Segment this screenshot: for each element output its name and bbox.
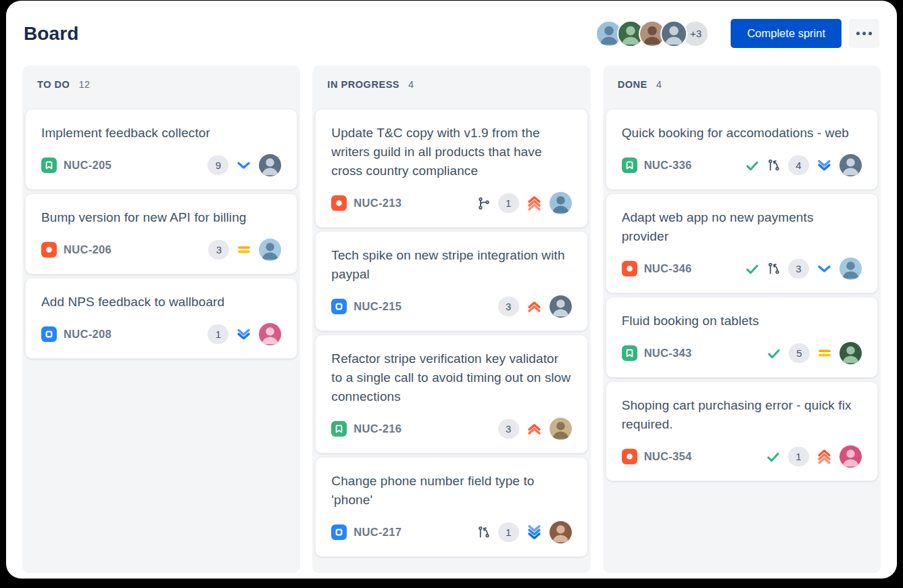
- estimate-badge: 3: [208, 240, 229, 260]
- issue-card-nuc-343[interactable]: Fluid booking on tabletsNUC-3435: [606, 297, 878, 378]
- card-footer: NUC-2153: [331, 295, 571, 318]
- person-silhouette-icon: [259, 239, 281, 261]
- priority-up3-icon: [816, 448, 832, 465]
- priority-medium-icon: [817, 349, 832, 358]
- card-title: Change phone number field type to 'phone…: [331, 472, 571, 510]
- estimate-badge: 9: [208, 155, 228, 175]
- person-silhouette-icon: [839, 154, 862, 176]
- priority-down1-icon: [236, 161, 251, 170]
- card-meta: 1: [477, 521, 572, 543]
- issue-card-nuc-336[interactable]: Quick booking for accomodations - webNUC…: [606, 109, 878, 190]
- column-title: IN PROGRESS: [327, 79, 399, 90]
- issue-card-nuc-208[interactable]: Add NPS feedback to wallboardNUC-2081: [25, 278, 297, 359]
- done-check-icon: [766, 346, 781, 361]
- card-title: Update T&C copy with v1.9 from the write…: [331, 124, 571, 180]
- assignee-avatar[interactable]: [839, 154, 862, 176]
- card-meta: 3: [498, 418, 572, 440]
- column-in-progress: IN PROGRESS4Update T&C copy with v1.9 fr…: [312, 66, 590, 573]
- assignee-avatar[interactable]: [550, 521, 572, 543]
- card-meta: 1: [477, 192, 572, 214]
- task-type-icon: [331, 524, 347, 540]
- complete-sprint-button[interactable]: Complete sprint: [731, 19, 841, 48]
- card-meta: 4: [745, 154, 862, 176]
- ellipsis-icon: [856, 32, 872, 35]
- person-silhouette-icon: [550, 418, 572, 440]
- assignee-avatar[interactable]: [259, 239, 281, 261]
- done-check-icon: [745, 158, 760, 173]
- priority-up2-icon: [527, 422, 542, 436]
- card-footer: NUC-2059: [41, 154, 281, 176]
- card-meta: 3: [498, 295, 572, 318]
- issue-key: NUC-343: [644, 347, 692, 360]
- issue-card-nuc-216[interactable]: Refactor stripe verification key validat…: [315, 335, 587, 454]
- card-footer: NUC-3541: [622, 445, 862, 468]
- assignee-avatar[interactable]: [259, 323, 281, 345]
- card-footer: NUC-2163: [331, 418, 571, 440]
- assignee-avatar[interactable]: [259, 154, 281, 176]
- card-title: Adapt web app no new payments provider: [622, 208, 862, 246]
- card-footer: NUC-2081: [41, 323, 281, 345]
- column-header: DONE4: [606, 79, 878, 90]
- git-branch-icon: [767, 159, 781, 172]
- estimate-badge: 1: [208, 324, 228, 344]
- card-title: Quick booking for accomodations - web: [622, 124, 862, 143]
- header-actions: +3 Complete sprint: [595, 19, 879, 48]
- estimate-badge: 4: [788, 155, 809, 175]
- more-actions-button[interactable]: [849, 19, 879, 48]
- column-title: TO DO: [37, 79, 70, 90]
- assignee-avatar[interactable]: [550, 192, 572, 214]
- card-title: Shoping cart purchasing error - quick fi…: [622, 396, 862, 434]
- issue-card-nuc-205[interactable]: Implement feedback collectorNUC-2059: [25, 109, 297, 190]
- card-footer: NUC-2171: [331, 521, 571, 543]
- board-page: Board +3 Complete sprint TO DO12Implemen…: [6, 1, 897, 579]
- issue-key: NUC-215: [353, 300, 401, 313]
- git-fork-icon: [477, 197, 491, 210]
- priority-down3-icon: [527, 524, 542, 541]
- assignee-avatar[interactable]: [550, 418, 572, 440]
- person-silhouette-icon: [550, 192, 572, 214]
- issue-key: NUC-205: [64, 159, 112, 172]
- card-list: Update T&C copy with v1.9 from the write…: [315, 109, 587, 557]
- estimate-badge: 3: [498, 297, 519, 316]
- issue-card-nuc-215[interactable]: Tech spike on new stripe integration wit…: [315, 231, 587, 331]
- task-type-icon: [41, 326, 57, 342]
- card-meta: 3: [745, 258, 862, 280]
- issue-key: NUC-216: [353, 422, 401, 435]
- issue-card-nuc-346[interactable]: Adapt web app no new payments providerNU…: [606, 193, 878, 293]
- person-silhouette-icon: [259, 323, 281, 345]
- avatar-team-member-4[interactable]: [660, 20, 687, 47]
- estimate-badge: 3: [498, 419, 519, 439]
- person-silhouette-icon: [839, 342, 862, 364]
- card-title: Tech spike on new stripe integration wit…: [331, 246, 571, 284]
- story-type-icon: [41, 157, 57, 173]
- page-title: Board: [24, 23, 78, 45]
- priority-medium-icon: [237, 245, 251, 254]
- bug-type-icon: [331, 195, 347, 211]
- issue-card-nuc-213[interactable]: Update T&C copy with v1.9 from the write…: [315, 109, 587, 228]
- issue-key: NUC-206: [64, 243, 112, 256]
- column-count-badge: 12: [78, 79, 90, 90]
- issue-card-nuc-206[interactable]: Bump version for new API for billingNUC-…: [25, 193, 297, 274]
- column-count-badge: 4: [408, 79, 414, 90]
- estimate-badge: 1: [788, 447, 809, 466]
- assignee-avatar[interactable]: [839, 258, 862, 280]
- card-list: Quick booking for accomodations - webNUC…: [606, 109, 878, 481]
- assignee-avatar[interactable]: [839, 342, 862, 364]
- card-meta: 9: [208, 154, 281, 176]
- issue-card-nuc-354[interactable]: Shoping cart purchasing error - quick fi…: [606, 381, 878, 481]
- column-header: IN PROGRESS4: [315, 79, 587, 90]
- story-type-icon: [622, 157, 637, 173]
- estimate-badge: 1: [498, 522, 519, 542]
- person-silhouette-icon: [550, 521, 572, 543]
- person-silhouette-icon: [839, 258, 862, 280]
- person-silhouette-icon: [550, 295, 572, 318]
- priority-down2-icon: [816, 159, 832, 172]
- card-title: Refactor stripe verification key validat…: [331, 349, 571, 406]
- priority-up3-icon: [527, 195, 542, 212]
- assignee-avatar[interactable]: [839, 445, 862, 468]
- assignee-avatar[interactable]: [550, 295, 572, 318]
- person-silhouette-icon: [259, 154, 281, 176]
- issue-card-nuc-217[interactable]: Change phone number field type to 'phone…: [315, 457, 587, 557]
- story-type-icon: [331, 421, 347, 437]
- done-check-icon: [766, 449, 781, 464]
